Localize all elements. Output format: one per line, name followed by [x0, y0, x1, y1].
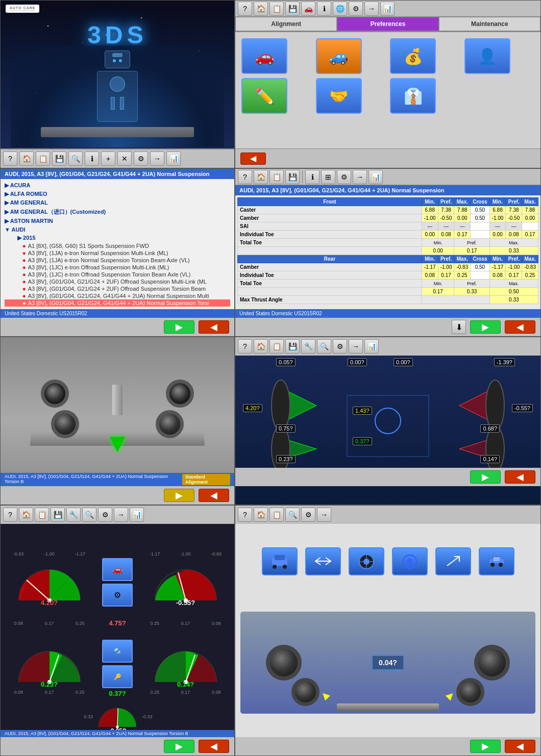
model-a3-etron-1jc-vl[interactable]: ● A3 [8V], (1JC) e-tron Offroad Suspensi…	[5, 271, 230, 278]
p6-home[interactable]: 🏠	[254, 339, 268, 354]
p8-search[interactable]: 🔍	[285, 508, 300, 522]
brand-acura[interactable]: ACURA	[5, 181, 230, 190]
p7-home[interactable]: 🏠	[19, 508, 33, 522]
pref-icon-person2[interactable]: 👔	[390, 78, 436, 114]
p7-next[interactable]: ▶	[164, 740, 194, 753]
brand-aston-martin[interactable]: ASTON MARTIN	[5, 217, 230, 225]
p2-save-button[interactable]: 💾	[285, 2, 300, 16]
p6-search[interactable]: 🔍	[317, 339, 331, 354]
model-a3-g01-2ua-multi[interactable]: ● A3 [8V], (G01/G04, G21/G24, G41/G44 + …	[5, 292, 230, 299]
icon-box-2[interactable]: ⚙	[102, 584, 133, 607]
icon-box-4[interactable]: 🔑	[102, 665, 133, 688]
chart-button[interactable]: 📊	[166, 152, 181, 166]
pref-icon-person[interactable]: 👤	[464, 38, 510, 74]
symbol-arrow-diagonal[interactable]	[435, 547, 471, 575]
p8-doc[interactable]: 📋	[269, 508, 284, 522]
pref-icon-hand[interactable]: 🤝	[316, 78, 362, 114]
p2-car-button[interactable]: 🚗	[301, 2, 315, 16]
model-a1-s1[interactable]: ● A1 [8X], (G58, G60) S1 Sports Suspensi…	[5, 242, 230, 249]
panel4-next[interactable]: ▶	[470, 320, 501, 334]
pref-icon-car[interactable]: 🚗	[241, 38, 287, 74]
p6-save[interactable]: 💾	[285, 339, 300, 354]
p7-chart[interactable]: 📊	[130, 508, 144, 522]
tab-preferences[interactable]: Preferences	[337, 17, 438, 31]
p4-chart[interactable]: 📊	[368, 170, 383, 184]
p6-wrench[interactable]: 🔧	[301, 339, 315, 354]
icon-box-1[interactable]: 🚗	[102, 558, 133, 581]
p5-back-btn[interactable]: ◀	[199, 489, 229, 502]
p4-help[interactable]: ?	[238, 170, 252, 184]
p6-chart[interactable]: 📊	[364, 339, 379, 354]
back-button[interactable]: ◀	[240, 153, 266, 165]
p6-next[interactable]: ▶	[470, 470, 501, 484]
save-button[interactable]: 💾	[52, 152, 66, 166]
p7-search[interactable]: 🔍	[82, 508, 96, 522]
help-button[interactable]: ?	[3, 152, 17, 166]
brand-am-general[interactable]: AM GENERAL	[5, 198, 230, 207]
p7-arrow[interactable]: →	[114, 508, 128, 522]
pref-icon-car2[interactable]: 🚙	[316, 38, 362, 74]
clipboard-button[interactable]: 📋	[36, 152, 50, 166]
panel3-next-button[interactable]: ▶	[164, 320, 194, 334]
p7-doc[interactable]: 📋	[35, 508, 49, 522]
p2-arrow-button[interactable]: →	[364, 2, 379, 16]
model-a3-etron-1ja-vl[interactable]: ● A3 [8V], (1JA) e-tron Normal Suspensio…	[5, 257, 230, 264]
p8-next[interactable]: ▶	[470, 740, 501, 753]
icon-box-3[interactable]: 🔩	[102, 640, 133, 663]
p5-yellow-btn[interactable]: ▶	[164, 489, 194, 502]
brand-alfa-romeo[interactable]: ALFA ROMEO	[5, 190, 230, 198]
info-button[interactable]: ℹ	[85, 152, 99, 166]
p7-settings[interactable]: ⚙	[98, 508, 112, 522]
tab-maintenance[interactable]: Maintenance	[439, 17, 540, 31]
p6-settings[interactable]: ⚙	[333, 339, 347, 354]
p2-home-button[interactable]: 🏠	[254, 2, 268, 16]
p8-home[interactable]: 🏠	[254, 508, 268, 522]
model-a3-g01-2uf-torsion[interactable]: ● A3 [8V], (G01/G04, G21/G24 + 2UF) Offr…	[5, 285, 230, 292]
pref-icon-money[interactable]: 💰	[390, 38, 436, 74]
p8-settings[interactable]: ⚙	[301, 508, 315, 522]
p4-save[interactable]: 💾	[285, 170, 300, 184]
p4-settings[interactable]: ⚙	[337, 170, 351, 184]
search-button[interactable]: 🔍	[68, 152, 83, 166]
p2-world-button[interactable]: 🌐	[333, 2, 347, 16]
settings-button[interactable]: ⚙	[134, 152, 148, 166]
tab-alignment[interactable]: Alignment	[235, 17, 337, 31]
symbol-arrow-h[interactable]	[305, 547, 341, 575]
brand-audi[interactable]: AUDI	[5, 225, 230, 234]
p6-help[interactable]: ?	[238, 339, 252, 354]
panel4-back[interactable]: ◀	[505, 320, 535, 334]
p6-back[interactable]: ◀	[505, 470, 535, 484]
add-button[interactable]: +	[101, 152, 115, 166]
symbol-car-side[interactable]	[479, 547, 514, 575]
p2-info-button[interactable]: ℹ	[317, 2, 331, 16]
p4-grid[interactable]: ⊞	[321, 170, 335, 184]
p7-help[interactable]: ?	[3, 508, 17, 522]
model-a3-g01-2ua-torsion-selected[interactable]: ● A3 [8V], (G01/G04, G21/G24, G41/G44 + …	[5, 299, 230, 307]
p4-home[interactable]: 🏠	[254, 170, 268, 184]
forward-button[interactable]: →	[150, 152, 164, 166]
pref-icon-edit[interactable]: ✏️	[241, 78, 287, 114]
p2-doc-button[interactable]: 📋	[269, 2, 284, 16]
model-a3-etron-1ja-ml[interactable]: ● A3 [8V], (1JA) e-tron Normal Suspensio…	[5, 249, 230, 257]
panel3-back-button[interactable]: ◀	[199, 320, 229, 334]
p4-arrow[interactable]: →	[353, 170, 367, 184]
close-button[interactable]: ✕	[117, 152, 132, 166]
p4-download-button[interactable]: ⬇	[452, 320, 466, 334]
p7-wrench[interactable]: 🔧	[66, 508, 81, 522]
p8-back[interactable]: ◀	[505, 740, 535, 753]
p2-help-button[interactable]: ?	[238, 2, 252, 16]
p8-help[interactable]: ?	[238, 508, 252, 522]
symbol-car-front[interactable]	[262, 547, 298, 575]
home-button[interactable]: 🏠	[19, 152, 34, 166]
symbol-circle-blue[interactable]	[392, 547, 428, 575]
model-a3-g01-2uf-ml[interactable]: ● A3 [8V], (G01/G04, G21/G24 + 2UF) Offr…	[5, 278, 230, 285]
p7-save[interactable]: 💾	[51, 508, 65, 522]
p6-doc[interactable]: 📋	[269, 339, 284, 354]
p2-chart-button[interactable]: 📊	[380, 2, 395, 16]
symbol-wheel-rim[interactable]	[349, 547, 384, 575]
p7-back[interactable]: ◀	[199, 740, 229, 753]
p4-doc[interactable]: 📋	[269, 170, 284, 184]
p4-info[interactable]: ℹ	[305, 170, 319, 184]
p2-settings-button[interactable]: ⚙	[349, 2, 363, 16]
model-a3-etron-1jc-ml[interactable]: ● A3 [8V], (1JC) e-tron Offroad Suspensi…	[5, 264, 230, 271]
